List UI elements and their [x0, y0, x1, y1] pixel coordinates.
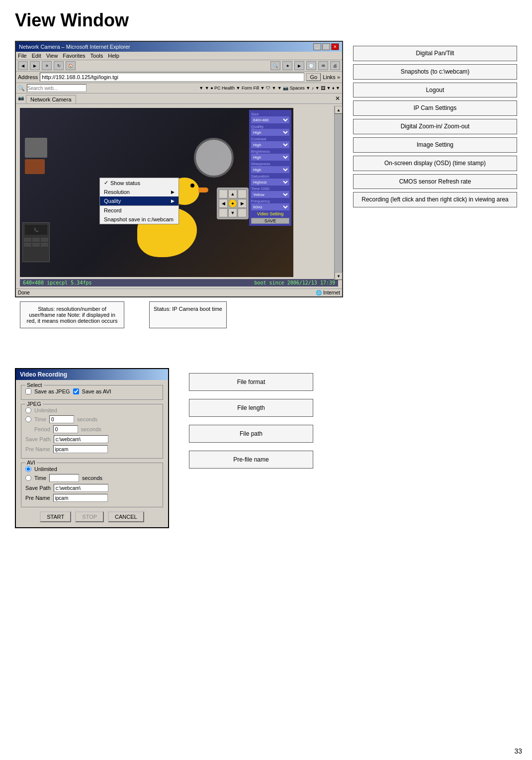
refresh-icon[interactable]: ↻: [54, 61, 64, 70]
sp-brightness-row: Brightness High: [251, 149, 289, 161]
page-number: 33: [514, 747, 522, 755]
menu-edit[interactable]: Edit: [32, 53, 41, 59]
avi-save-path-input[interactable]: [54, 484, 108, 492]
cancel-button[interactable]: CANCEL: [108, 511, 144, 522]
menu-view[interactable]: View: [46, 53, 58, 59]
jpeg-save-path-row: Save Path: [25, 435, 159, 443]
dialog-titlebar: Video Recording: [16, 369, 168, 380]
save-button[interactable]: SAVE: [251, 218, 289, 224]
jpeg-unlimited-radio[interactable]: [25, 407, 31, 413]
sp-frequency-row: Frequency 60Hz: [251, 199, 289, 210]
avi-unlimited-radio[interactable]: [25, 466, 31, 472]
ptz-downleft[interactable]: [219, 208, 228, 217]
jpeg-time-row: Time seconds: [25, 415, 159, 423]
sp-sharpness-select[interactable]: High: [251, 166, 289, 173]
jpeg-time-radio[interactable]: [25, 416, 31, 422]
mail-icon[interactable]: ✉: [318, 61, 328, 70]
sp-timeosd-select[interactable]: Yellow: [251, 191, 289, 198]
ptz-upright[interactable]: [238, 190, 247, 198]
context-menu[interactable]: ✓ Show status Resolution ▶ Quality ▶ R: [99, 178, 179, 224]
home-icon[interactable]: 🏠: [66, 61, 76, 70]
browser-controls[interactable]: _ □ ✕: [313, 43, 339, 50]
jpeg-unlimited-row: Unlimited: [25, 407, 159, 413]
callout-pre-file-name: Pre-file name: [189, 451, 313, 469]
menu-help[interactable]: Help: [108, 53, 119, 59]
scroll-down-arrow[interactable]: ▼: [335, 272, 343, 280]
forward-icon[interactable]: ▶: [30, 61, 40, 70]
favorites-icon[interactable]: ★: [282, 61, 292, 70]
ptz-upleft[interactable]: [219, 190, 228, 198]
bottom-section: Video Recording Select Save as JPEG Save…: [15, 353, 517, 528]
search-icon[interactable]: 🔍: [270, 61, 280, 70]
print-icon[interactable]: 🖨: [330, 61, 340, 70]
browser-tab[interactable]: Network Camera: [26, 95, 76, 103]
save-jpeg-checkbox[interactable]: [25, 388, 31, 394]
start-button[interactable]: START: [40, 511, 71, 522]
sp-size-select[interactable]: 640×480: [251, 116, 289, 123]
scrollbar[interactable]: ▲ ▼: [334, 106, 342, 280]
ptz-controls[interactable]: ▲ ◀ ● ▶ ▼: [217, 188, 249, 219]
jpeg-pre-name-input[interactable]: [53, 445, 108, 453]
stop-icon[interactable]: ✕: [42, 61, 52, 70]
sp-quality-label: Quality: [251, 124, 289, 129]
search-web-input[interactable]: [27, 84, 87, 92]
menu-favorites[interactable]: Favorites: [63, 53, 85, 59]
bottom-annotations: Status: resolution/number of user/frame …: [20, 301, 343, 328]
back-icon[interactable]: ◀: [18, 61, 28, 70]
jpeg-unlimited-label: Unlimited: [34, 407, 57, 413]
duck-beak: [198, 188, 208, 192]
browser-window: Network Camera – Microsoft Internet Expl…: [15, 41, 343, 328]
callout-snapshots: Snapshots (to c:\webcam): [353, 64, 517, 80]
camera-view[interactable]: ASTAK IPCAM 2006.12.13 17:44:43: [20, 108, 293, 277]
dialog-content: Select Save as JPEG Save as AVI JPEG Unl…: [16, 380, 168, 527]
minimize-button[interactable]: _: [313, 43, 321, 50]
dialog-title: Video Recording: [20, 371, 67, 378]
media-icon[interactable]: ▶: [294, 61, 304, 70]
status-resolution-text: Status: resolution/number of user/frame …: [27, 306, 118, 324]
callout-recording: Recording (left click and then right cli…: [353, 192, 517, 207]
ptz-left[interactable]: ◀: [219, 199, 228, 208]
context-menu-resolution[interactable]: Resolution ▶: [100, 188, 178, 196]
callout-text: Recording (left click and then right cli…: [361, 196, 508, 203]
jpeg-period-input[interactable]: [53, 425, 78, 433]
context-menu-snapshot[interactable]: Snapshot save in c:/webcam: [100, 215, 178, 224]
sp-timeosd-label: Time OSD: [251, 187, 289, 191]
ptz-up[interactable]: ▲: [228, 190, 237, 198]
callout-text: Digital Zoom-in/ Zoom-out: [401, 123, 470, 130]
page-title: View Window: [15, 10, 517, 31]
history-icon[interactable]: 🕒: [306, 61, 316, 70]
menu-tools[interactable]: Tools: [90, 53, 103, 59]
sp-quality-select[interactable]: High: [251, 129, 289, 136]
ptz-downright[interactable]: [238, 208, 247, 217]
context-item-label: Record: [104, 207, 121, 213]
sp-contrast-select[interactable]: High: [251, 141, 289, 148]
context-menu-show-status[interactable]: ✓ Show status: [100, 178, 178, 188]
sp-frequency-select[interactable]: 60Hz: [251, 203, 289, 210]
save-avi-checkbox[interactable]: [73, 388, 79, 394]
tab-close[interactable]: ✕: [335, 95, 340, 103]
maximize-button[interactable]: □: [322, 43, 330, 50]
go-button[interactable]: Go: [306, 73, 321, 81]
jpeg-time-input[interactable]: [49, 415, 74, 423]
shelf-items: [25, 138, 50, 174]
context-menu-record[interactable]: Record: [100, 205, 178, 215]
scroll-up-arrow[interactable]: ▲: [335, 106, 343, 114]
avi-pre-name-input[interactable]: [53, 494, 108, 502]
url-input[interactable]: [40, 73, 304, 82]
ptz-center[interactable]: ●: [228, 199, 237, 208]
sp-brightness-select[interactable]: High: [251, 154, 289, 161]
browser-titlebar: Network Camera – Microsoft Internet Expl…: [16, 42, 342, 52]
jpeg-time-label: Time: [34, 416, 46, 422]
jpeg-save-path-input[interactable]: [54, 435, 108, 443]
avi-time-radio[interactable]: [25, 475, 31, 481]
close-button[interactable]: ✕: [331, 43, 339, 50]
avi-time-input[interactable]: [49, 474, 79, 482]
browser-title: Network Camera – Microsoft Internet Expl…: [19, 44, 130, 50]
ptz-right[interactable]: ▶: [238, 199, 247, 208]
scroll-track[interactable]: [335, 114, 342, 272]
context-menu-quality[interactable]: Quality ▶: [100, 196, 178, 205]
sp-saturation-select[interactable]: Highest: [251, 179, 289, 186]
menu-file[interactable]: File: [18, 53, 27, 59]
stop-button[interactable]: STOP: [75, 511, 104, 522]
ptz-down[interactable]: ▼: [228, 208, 237, 217]
